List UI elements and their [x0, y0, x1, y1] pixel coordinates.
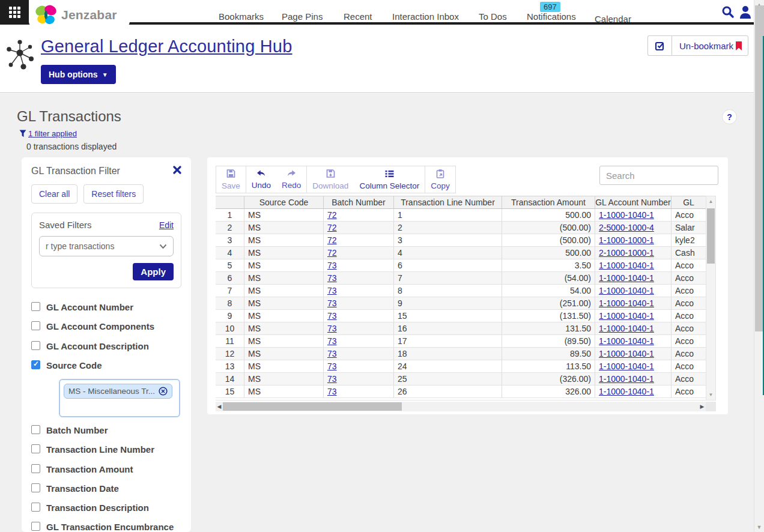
batch-number-link[interactable]: 72 — [327, 223, 337, 232]
gl-account-number-link[interactable]: 1-1000-1040-1 — [599, 387, 654, 396]
checkbox-unchecked[interactable] — [31, 444, 40, 453]
gl-account-number-link[interactable]: 1-1000-1040-1 — [599, 261, 654, 270]
batch-number-link[interactable]: 72 — [327, 235, 337, 245]
checkbox-unchecked[interactable] — [31, 321, 40, 330]
checkbox-unchecked[interactable] — [31, 522, 40, 531]
table-row[interactable]: 2MS722(500.00)2-5000-1000-4Salar — [216, 222, 706, 234]
nav-item-calendar[interactable]: Calendar — [595, 14, 631, 24]
scroll-up-icon[interactable]: ▲ — [706, 197, 715, 206]
nav-item-interaction-inbox[interactable]: Interaction Inbox — [392, 11, 459, 22]
checkbox-unchecked[interactable] — [31, 302, 40, 311]
column-header-row-number[interactable] — [216, 196, 244, 209]
batch-number-link[interactable]: 72 — [327, 248, 337, 258]
table-row[interactable]: 14MS7325(326.00)1-1000-1040-1Acco — [216, 373, 706, 385]
table-row[interactable]: 5MS7363.501-1000-1040-1Acco — [216, 259, 706, 272]
table-row[interactable]: 10MS7316131.501-1000-1040-1Acco — [216, 322, 706, 335]
gl-account-number-link[interactable]: 1-1000-1040-1 — [599, 286, 654, 295]
batch-number-link[interactable]: 73 — [327, 374, 337, 384]
batch-number-link[interactable]: 73 — [327, 261, 337, 270]
nav-item-bookmarks[interactable]: Bookmarks — [219, 11, 264, 22]
table-row[interactable]: 3MS723(500.00)1-1000-1000-1kyle2 — [216, 234, 706, 247]
apply-button[interactable]: Apply — [133, 263, 174, 280]
copy-button[interactable]: Copy — [425, 166, 455, 193]
batch-number-link[interactable]: 73 — [327, 298, 337, 308]
gl-account-number-link[interactable]: 1-1000-1040-1 — [599, 374, 654, 384]
column-header-transaction-line-number[interactable]: Transaction Line Number — [394, 196, 502, 209]
gl-account-number-link[interactable]: 1-1000-1040-1 — [599, 349, 654, 358]
column-header-batch-number[interactable]: Batch Number — [324, 196, 394, 209]
column-header-transaction-amount[interactable]: Transaction Amount — [502, 196, 595, 209]
table-row[interactable]: 12MS731889.501-1000-1040-1Acco — [216, 348, 706, 360]
close-icon[interactable] — [173, 166, 181, 177]
scroll-right-icon[interactable]: ▶ — [699, 402, 706, 411]
apps-menu-button[interactable] — [0, 0, 29, 25]
gl-account-number-link[interactable]: 1-1000-1040-1 — [599, 361, 654, 371]
checkbox-unchecked[interactable] — [31, 425, 40, 434]
checkbox-unchecked[interactable] — [31, 464, 40, 473]
gl-account-number-link[interactable]: 2-1000-1000-1 — [599, 248, 654, 258]
download-button[interactable]: Download — [307, 166, 354, 193]
column-selector-button[interactable]: Column Selector — [354, 166, 425, 193]
table-row[interactable]: 13MS7324113.501-1000-1040-1Acco — [216, 360, 706, 373]
grid-vertical-scrollbar[interactable]: ▲ ▼ — [706, 196, 716, 401]
batch-number-link[interactable]: 73 — [327, 361, 337, 371]
nav-item-to-dos[interactable]: To Dos — [479, 11, 507, 22]
table-row[interactable]: 8MS739(251.00)1-1000-1040-1Acco — [216, 297, 706, 310]
grid-vscroll-thumb[interactable] — [707, 208, 715, 264]
batch-number-link[interactable]: 73 — [327, 387, 337, 396]
reset-filters-button[interactable]: Reset filters — [83, 184, 144, 204]
chip-remove-icon[interactable] — [159, 387, 168, 396]
search-input[interactable] — [599, 166, 718, 185]
checkbox-unchecked[interactable] — [31, 503, 40, 512]
grid-horizontal-scrollbar[interactable]: ◀ ▶ — [216, 402, 706, 411]
batch-number-link[interactable]: 73 — [327, 349, 337, 358]
bookmark-check-button[interactable] — [647, 35, 672, 56]
batch-number-link[interactable]: 73 — [327, 286, 337, 295]
edit-saved-filters-link[interactable]: Edit — [159, 220, 174, 230]
gl-account-number-link[interactable]: 1-1000-1040-1 — [599, 311, 654, 321]
jenzabar-logo[interactable]: Jenzabar — [29, 0, 130, 29]
help-button[interactable]: ? — [722, 109, 737, 124]
batch-number-link[interactable]: 73 — [327, 324, 337, 333]
column-header-gl[interactable]: GL — [672, 196, 706, 209]
table-row[interactable]: 15MS7326326.001-1000-1040-1Acco — [216, 385, 706, 398]
nav-item-notifications[interactable]: Notifications — [527, 11, 576, 22]
table-row[interactable]: 1MS721500.001-1000-1040-1Acco — [216, 209, 706, 222]
saved-filter-select[interactable]: r type transactions — [39, 236, 174, 256]
gl-account-number-link[interactable]: 1-1000-1040-1 — [599, 336, 654, 346]
save-button[interactable]: Save — [216, 166, 246, 193]
redo-button[interactable]: Redo — [276, 166, 306, 193]
scroll-down-icon[interactable]: ▼ — [706, 390, 715, 399]
batch-number-link[interactable]: 73 — [327, 311, 337, 321]
hub-title-link[interactable]: General Ledger Accounting Hub — [41, 37, 293, 56]
batch-number-link[interactable]: 72 — [327, 210, 337, 220]
column-header-gl-account-number[interactable]: GL Account Number — [595, 196, 672, 209]
undo-button[interactable]: Undo — [246, 166, 276, 193]
hub-options-button[interactable]: Hub options ▼ — [41, 65, 116, 84]
batch-number-link[interactable]: 73 — [327, 336, 337, 346]
gl-account-number-link[interactable]: 1-1000-1040-1 — [599, 210, 654, 220]
table-row[interactable]: 9MS7315(131.50)1-1000-1040-1Acco — [216, 310, 706, 322]
nav-item-recent[interactable]: Recent — [344, 11, 372, 22]
filters-applied-row[interactable]: 1 filter applied — [19, 129, 77, 138]
gl-account-number-link[interactable]: 1-1000-1040-1 — [599, 273, 654, 283]
search-icon[interactable] — [721, 5, 735, 21]
table-row[interactable]: 7MS73854.001-1000-1040-1Acco — [216, 285, 706, 297]
clear-all-button[interactable]: Clear all — [31, 184, 77, 204]
gl-account-number-link[interactable]: 1-1000-1040-1 — [599, 298, 654, 308]
checkbox-unchecked[interactable] — [31, 483, 40, 492]
checkbox-unchecked[interactable] — [31, 341, 40, 350]
grid-hscroll-thumb[interactable] — [223, 402, 402, 411]
table-row[interactable]: 11MS7317(89.50)1-1000-1040-1Acco — [216, 335, 706, 348]
gl-account-number-link[interactable]: 2-5000-1000-4 — [599, 223, 654, 232]
batch-number-link[interactable]: 73 — [327, 273, 337, 283]
unbookmark-button[interactable]: Un-bookmark — [672, 35, 748, 56]
gl-account-number-link[interactable]: 1-1000-1040-1 — [599, 324, 654, 333]
table-row[interactable]: 6MS737(54.00)1-1000-1040-1Acco — [216, 272, 706, 285]
nav-item-page-pins[interactable]: Page Pins — [282, 11, 323, 22]
table-row[interactable]: 4MS724500.002-1000-1000-1Cash — [216, 247, 706, 259]
scroll-down-icon[interactable]: ▼ — [754, 522, 764, 532]
scroll-left-icon[interactable]: ◀ — [216, 402, 223, 411]
gl-account-number-link[interactable]: 1-1000-1000-1 — [599, 235, 654, 245]
filters-applied-link[interactable]: 1 filter applied — [28, 129, 77, 138]
